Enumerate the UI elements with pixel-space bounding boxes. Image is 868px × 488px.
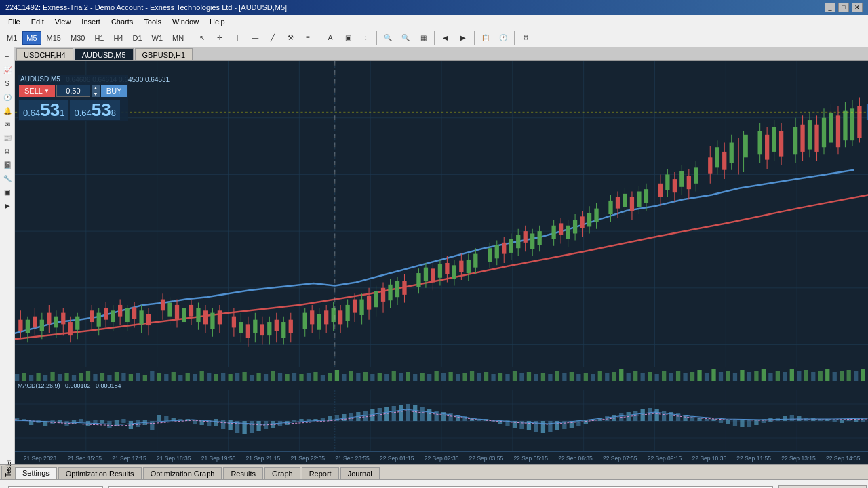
menu-charts[interactable]: Charts xyxy=(106,17,138,26)
zoom-out-btn[interactable]: 🔍 xyxy=(397,30,414,45)
forward-btn[interactable]: ▶ xyxy=(455,30,471,45)
strategy-btn[interactable]: ▶ xyxy=(1,199,14,211)
crosshair-btn[interactable]: ✛ xyxy=(212,30,228,45)
svg-rect-162 xyxy=(573,220,577,233)
chart-tab-audusd[interactable]: AUDUSD,M5 xyxy=(75,48,134,60)
chart-btn[interactable]: 📈 xyxy=(1,64,14,76)
buy-button[interactable]: BUY xyxy=(101,85,127,97)
svg-rect-392 xyxy=(121,419,125,423)
timeframe-m5[interactable]: M5 xyxy=(22,31,41,45)
mailbox-btn[interactable]: ✉ xyxy=(1,118,14,130)
chart-svg-area[interactable]: AUDUSD,M5 0.64606 0.64614 0.64530 0.6453… xyxy=(15,61,868,464)
toolbox-btn[interactable]: 🔧 xyxy=(1,172,14,184)
svg-rect-211 xyxy=(779,131,783,157)
settings-panel: Expert Advisor MACD Sample.ex4 Expert pr… xyxy=(0,480,868,488)
svg-rect-219 xyxy=(814,125,818,152)
svg-rect-469 xyxy=(669,412,673,421)
svg-rect-63 xyxy=(189,305,193,317)
lot-increase[interactable]: ▲ xyxy=(92,85,100,91)
timeframe-mn[interactable]: MN xyxy=(168,31,188,45)
svg-rect-325 xyxy=(612,372,616,381)
svg-rect-253 xyxy=(100,373,104,381)
new-order-btn[interactable]: + xyxy=(1,50,14,62)
svg-rect-333 xyxy=(669,373,673,381)
back-btn[interactable]: ◀ xyxy=(437,30,454,45)
svg-rect-225 xyxy=(836,115,840,147)
svg-rect-67 xyxy=(203,310,208,324)
chart-grid-btn[interactable]: ▦ xyxy=(415,30,431,45)
maximize-btn[interactable]: □ xyxy=(838,3,849,12)
timeframe-selector-btn[interactable]: 🕐 xyxy=(495,30,511,45)
timeframe-h4[interactable]: H4 xyxy=(109,31,127,45)
timeframe-d1[interactable]: D1 xyxy=(129,31,146,45)
experts-btn[interactable]: ⚙ xyxy=(1,145,14,157)
svg-rect-252 xyxy=(93,374,97,381)
title-bar-controls[interactable]: _ □ ✕ xyxy=(825,3,863,12)
tester-label: Tester xyxy=(1,466,15,479)
indicator-btn[interactable]: ⚙ xyxy=(517,30,534,45)
menu-tools[interactable]: Tools xyxy=(138,17,167,26)
svg-rect-148 xyxy=(516,235,520,248)
history-btn[interactable]: 🕐 xyxy=(1,91,14,103)
line-btn[interactable]: | xyxy=(229,30,245,45)
svg-rect-358 xyxy=(847,370,851,381)
template-btn[interactable]: 📋 xyxy=(477,30,494,45)
svg-rect-267 xyxy=(200,371,204,381)
svg-rect-194 xyxy=(708,157,712,173)
tester-tab-report[interactable]: Report xyxy=(302,467,339,479)
menu-view[interactable]: View xyxy=(50,17,77,26)
textbox-btn[interactable]: ▣ xyxy=(340,30,356,45)
timeframe-w1[interactable]: W1 xyxy=(148,31,167,45)
svg-rect-311 xyxy=(513,371,517,381)
tester-tab-graph[interactable]: Graph xyxy=(264,467,300,479)
svg-rect-390 xyxy=(107,421,111,428)
svg-rect-430 xyxy=(392,406,396,421)
menu-insert[interactable]: Insert xyxy=(76,17,106,26)
pattern-btn[interactable]: ≡ xyxy=(300,30,316,45)
svg-rect-152 xyxy=(530,233,534,249)
svg-rect-294 xyxy=(392,371,396,381)
journal-btn[interactable]: 📓 xyxy=(1,159,14,171)
minimize-btn[interactable]: _ xyxy=(825,3,835,12)
cursor-btn[interactable]: ↖ xyxy=(194,30,210,45)
text-btn[interactable]: A xyxy=(322,30,338,45)
lot-decrease[interactable]: ▼ xyxy=(92,91,100,97)
tester-tab-opt-results[interactable]: Optimization Results xyxy=(58,467,142,479)
chart-tab-usdchf[interactable]: USDCHF,H4 xyxy=(16,48,73,60)
market-btn[interactable]: $ xyxy=(1,77,14,89)
terminal-btn[interactable]: ▣ xyxy=(1,186,14,198)
svg-rect-427 xyxy=(370,409,374,421)
toolbar: M1 M5 M15 M30 H1 H4 D1 W1 MN ↖ ✛ | — ╱ ⚒… xyxy=(0,28,868,47)
tester-tab-settings[interactable]: Settings xyxy=(15,467,57,479)
trendline-btn[interactable]: ╱ xyxy=(264,30,281,45)
svg-rect-387 xyxy=(86,421,90,426)
lot-input[interactable] xyxy=(56,85,90,97)
svg-rect-355 xyxy=(825,369,829,381)
timeframe-m1[interactable]: M1 xyxy=(3,31,21,45)
tester-tab-results[interactable]: Results xyxy=(223,467,263,479)
menu-file[interactable]: File xyxy=(3,17,26,26)
zoom-in-btn[interactable]: 🔍 xyxy=(380,30,396,45)
svg-rect-198 xyxy=(722,152,726,170)
close-btn[interactable]: ✕ xyxy=(852,3,863,12)
svg-rect-336 xyxy=(690,372,694,381)
svg-rect-314 xyxy=(534,374,538,381)
timeframe-m15[interactable]: M15 xyxy=(43,31,65,45)
arrow-btn[interactable]: ↕ xyxy=(357,30,374,45)
menu-edit[interactable]: Edit xyxy=(26,17,50,26)
svg-rect-41 xyxy=(104,308,108,320)
tools-btn[interactable]: ⚒ xyxy=(282,30,298,45)
svg-rect-360 xyxy=(861,369,865,381)
alerts-btn[interactable]: 🔔 xyxy=(1,104,14,117)
timeframe-m30[interactable]: M30 xyxy=(66,31,89,45)
timeframe-h1[interactable]: H1 xyxy=(90,31,108,45)
tester-tab-journal[interactable]: Journal xyxy=(340,467,380,479)
tester-tab-opt-graph[interactable]: Optimization Graph xyxy=(143,467,222,479)
news-btn[interactable]: 📰 xyxy=(1,131,14,144)
menu-window[interactable]: Window xyxy=(167,17,204,26)
expert-properties-btn[interactable]: Expert properties xyxy=(778,485,867,488)
sell-button[interactable]: SELL ▼ xyxy=(19,85,55,97)
chart-tab-gbpusd[interactable]: GBPUSD,H1 xyxy=(135,48,193,60)
menu-help[interactable]: Help xyxy=(204,17,231,26)
hline-btn[interactable]: — xyxy=(247,30,263,45)
